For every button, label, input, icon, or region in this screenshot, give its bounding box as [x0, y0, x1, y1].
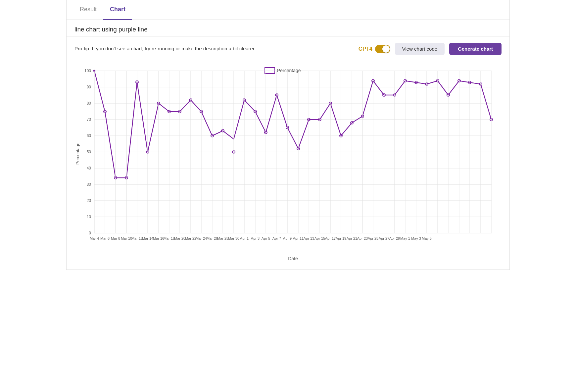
svg-text:Mar 28: Mar 28	[217, 236, 228, 240]
svg-text:Apr 17: Apr 17	[325, 236, 336, 240]
svg-text:80: 80	[87, 101, 91, 106]
gpt4-label: GPT4	[359, 46, 372, 52]
svg-text:Apr 21: Apr 21	[347, 236, 357, 240]
svg-text:100: 100	[84, 69, 91, 73]
chart-description: line chart using purple line	[67, 20, 509, 37]
svg-text:Apr 15: Apr 15	[314, 236, 325, 240]
generate-chart-button[interactable]: Generate chart	[449, 43, 502, 55]
svg-text:10: 10	[87, 215, 91, 219]
svg-text:May 1: May 1	[400, 236, 410, 240]
svg-text:Apr 5: Apr 5	[262, 236, 270, 240]
svg-text:Mar 22: Mar 22	[185, 236, 196, 240]
svg-text:Mar 12: Mar 12	[131, 236, 143, 240]
svg-text:Apr 29: Apr 29	[389, 236, 400, 240]
y-axis-label: Percentage	[75, 143, 80, 165]
svg-text:40: 40	[87, 166, 91, 171]
svg-text:Mar 16: Mar 16	[153, 236, 164, 240]
protip-text: Pro-tip: If you don't see a chart, try r…	[74, 45, 256, 53]
svg-text:Apr 9: Apr 9	[283, 236, 292, 240]
svg-text:Apr 3: Apr 3	[251, 236, 260, 240]
app-container: Result Chart line chart using purple lin…	[66, 0, 510, 270]
svg-text:Apr 25: Apr 25	[368, 236, 378, 240]
svg-text:May 5: May 5	[422, 236, 432, 240]
svg-text:Apr 11: Apr 11	[293, 236, 304, 240]
tab-bar: Result Chart	[67, 0, 509, 20]
controls-right: GPT4 View chart code Generate chart	[359, 43, 502, 55]
tab-chart[interactable]: Chart	[103, 0, 132, 20]
gpt4-toggle[interactable]	[375, 45, 390, 53]
svg-text:Mar 26: Mar 26	[207, 236, 218, 240]
chart-area: Percentage Percentage 0 10 20 30 40 50 6…	[67, 61, 509, 270]
view-chart-code-button[interactable]: View chart code	[395, 43, 445, 55]
legend-label: Percentage	[277, 68, 301, 73]
line-chart-svg: Percentage Percentage 0 10 20 30 40 50 6…	[74, 64, 502, 263]
tab-result[interactable]: Result	[73, 0, 103, 20]
svg-text:Mar 30: Mar 30	[228, 236, 239, 240]
chart-line	[94, 71, 491, 178]
svg-text:Mar 18: Mar 18	[164, 236, 175, 240]
svg-text:Apr 7: Apr 7	[272, 236, 281, 240]
svg-text:20: 20	[87, 198, 91, 203]
svg-text:Apr 19: Apr 19	[336, 236, 346, 240]
svg-text:Apr 23: Apr 23	[357, 236, 368, 240]
svg-text:0: 0	[89, 231, 91, 235]
svg-text:Mar 14: Mar 14	[142, 236, 153, 240]
svg-text:Mar 20: Mar 20	[174, 236, 185, 240]
svg-text:Apr 1: Apr 1	[240, 236, 249, 240]
svg-text:60: 60	[87, 133, 91, 138]
svg-text:Apr 13: Apr 13	[304, 236, 314, 240]
svg-text:Apr 27: Apr 27	[379, 236, 389, 240]
svg-rect-1	[265, 68, 275, 74]
toggle-knob	[382, 45, 390, 53]
svg-text:Mar 4: Mar 4	[90, 236, 99, 240]
svg-text:90: 90	[87, 85, 91, 89]
svg-text:May 3: May 3	[411, 236, 421, 240]
svg-text:70: 70	[87, 117, 91, 122]
svg-text:Mar 24: Mar 24	[196, 236, 207, 240]
svg-text:Mar 8: Mar 8	[111, 236, 120, 240]
gpt4-group: GPT4	[359, 45, 390, 53]
x-axis-label: Date	[288, 256, 298, 261]
svg-text:50: 50	[87, 150, 91, 154]
svg-text:Mar 10: Mar 10	[121, 236, 132, 240]
svg-text:Mar 6: Mar 6	[100, 236, 110, 240]
svg-text:30: 30	[87, 182, 91, 187]
controls-bar: Pro-tip: If you don't see a chart, try r…	[67, 37, 509, 61]
